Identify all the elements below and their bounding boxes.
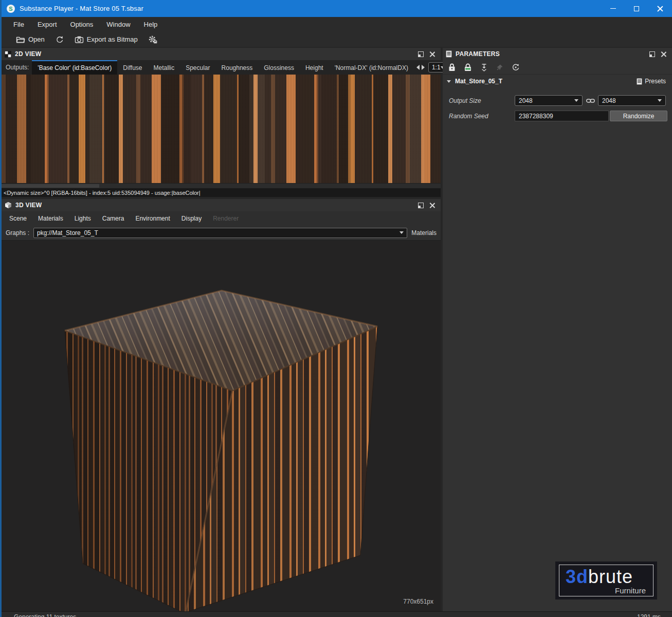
viewport-3d[interactable]: 770x651px	[2, 241, 441, 611]
parameters-title: PARAMETERS	[456, 50, 646, 58]
status-bar: Generating 11 textures 1291 ms	[2, 611, 672, 617]
tab-metallic[interactable]: Metallic	[148, 60, 180, 75]
close-button[interactable]	[648, 0, 672, 17]
open-label: Open	[28, 35, 45, 43]
graph-select[interactable]: pkg://Mat_Store_05_T	[33, 228, 407, 238]
settings-button[interactable]	[145, 34, 160, 45]
menu-export[interactable]: Export	[31, 17, 64, 32]
arrow-down-to-line-icon	[480, 63, 488, 71]
open-folder-icon	[16, 35, 25, 44]
menu-file[interactable]: File	[7, 17, 31, 32]
refresh-icon	[55, 35, 64, 44]
view2d-close-button[interactable]	[426, 49, 438, 59]
output-height-value: 2048	[602, 97, 658, 104]
graph-name-row: Mat_Store_05_T Presets	[443, 75, 672, 88]
graph-name: Mat_Store_05_T	[455, 78, 630, 85]
float-icon	[418, 51, 424, 57]
output-width-select[interactable]: 2048	[515, 95, 583, 106]
float-icon	[649, 51, 655, 57]
link-size-toggle[interactable]	[583, 98, 598, 103]
view2d-header: 2D VIEW	[2, 48, 441, 60]
minimize-icon	[610, 8, 616, 9]
tab-scroll-right-icon[interactable]	[422, 65, 425, 70]
randomize-button[interactable]: Randomize	[610, 111, 667, 121]
menu-renderer: Renderer	[207, 211, 244, 225]
title-bar: S Substance Player - Mat Store 05 T.sbsa…	[2, 0, 672, 17]
tab-base-color[interactable]: 'Base Color' (id:BaseColor)	[32, 60, 117, 75]
menu-options[interactable]: Options	[64, 17, 100, 32]
view2d-float-button[interactable]	[415, 49, 426, 59]
parameters-header: PARAMETERS	[443, 48, 672, 60]
outputs-tab-bar: Outputs: 'Base Color' (id:BaseColor) Dif…	[2, 60, 441, 75]
export-as-bitmap-button[interactable]: Export as Bitmap	[71, 34, 141, 45]
random-seed-row: Random Seed 2387288309 Randomize	[449, 111, 668, 121]
brand-name-white: brute	[588, 566, 633, 587]
menu-materials[interactable]: Materials	[32, 211, 69, 225]
chevron-down-icon	[574, 99, 578, 102]
scrollbar-handle[interactable]	[2, 184, 99, 188]
output-width-value: 2048	[519, 97, 574, 104]
random-seed-label: Random Seed	[449, 113, 515, 120]
horizontal-scrollbar[interactable]	[2, 183, 441, 188]
material-cube-render	[2, 241, 441, 611]
materials-button[interactable]: Materials	[411, 229, 437, 237]
refresh-button[interactable]	[52, 34, 67, 45]
close-icon	[661, 51, 666, 57]
auto-sync-button[interactable]	[462, 62, 474, 73]
tab-height[interactable]: Height	[300, 60, 329, 75]
outputs-label: Outputs:	[2, 64, 32, 71]
close-icon	[429, 51, 435, 57]
menu-display[interactable]: Display	[176, 211, 207, 225]
lock-button[interactable]	[446, 62, 458, 73]
menu-help[interactable]: Help	[137, 17, 165, 32]
main-area: 2D VIEW Outputs: 'Base Color' (id:BaseCo…	[2, 48, 672, 611]
parameters-close-button[interactable]	[658, 49, 669, 59]
presets-button[interactable]: Presets	[634, 77, 668, 86]
maximize-button[interactable]	[625, 0, 648, 17]
export-as-bitmap-label: Export as Bitmap	[87, 35, 138, 43]
texture-2d-preview[interactable]	[2, 75, 441, 183]
menu-scene[interactable]: Scene	[4, 211, 32, 225]
menu-environment[interactable]: Environment	[130, 211, 175, 225]
reset-button[interactable]	[510, 62, 522, 73]
menu-window[interactable]: Window	[100, 17, 137, 32]
tab-roughness[interactable]: Roughness	[216, 60, 259, 75]
minimize-button[interactable]	[601, 0, 625, 17]
view3d-header: 3D VIEW	[2, 199, 441, 211]
output-size-label: Output Size	[449, 97, 515, 104]
lock-icon	[448, 63, 456, 71]
open-button[interactable]: Open	[13, 34, 48, 45]
brand-watermark-frame: 3dbrute Furniture	[559, 565, 653, 596]
collapse-chevron-icon[interactable]	[447, 80, 451, 83]
menu-camera[interactable]: Camera	[97, 211, 130, 225]
chevron-down-icon	[399, 231, 404, 234]
close-icon	[429, 203, 435, 208]
graphs-label: Graphs :	[6, 229, 29, 237]
parameters-float-button[interactable]	[646, 49, 658, 59]
sync-lock-icon	[464, 63, 472, 71]
brand-name: 3dbrute	[566, 566, 633, 588]
texture-status-line: <Dynamic size>^0 [RGBA-16bits] - index:5…	[2, 188, 441, 197]
expand-values-button[interactable]	[478, 62, 490, 73]
view2d-title: 2D VIEW	[15, 50, 415, 58]
brand-name-blue: 3d	[566, 566, 588, 587]
parameters-toolbar	[443, 60, 672, 75]
chain-link-icon	[586, 98, 595, 103]
cube-3d-icon	[5, 202, 12, 209]
tab-specular[interactable]: Specular	[180, 60, 215, 75]
menu-lights[interactable]: Lights	[69, 211, 97, 225]
random-seed-input[interactable]: 2387288309	[515, 111, 609, 121]
view3d-float-button[interactable]	[415, 201, 426, 210]
gear-icon	[148, 35, 157, 44]
pin-icon	[496, 64, 503, 71]
tab-normal-dx[interactable]: 'Normal-DX' (id:NormalDX)	[329, 60, 414, 75]
maximize-icon	[634, 6, 639, 11]
parameter-rows: Output Size 2048 2048	[443, 88, 672, 121]
view3d-close-button[interactable]	[426, 201, 438, 210]
tab-scroll-left-icon[interactable]	[416, 65, 420, 70]
status-duration: 1291 ms	[637, 613, 661, 617]
tab-diffuse[interactable]: Diffuse	[117, 60, 148, 75]
tab-glossiness[interactable]: Glossiness	[258, 60, 300, 75]
output-height-select[interactable]: 2048	[598, 95, 666, 106]
pin-button[interactable]	[494, 62, 506, 73]
